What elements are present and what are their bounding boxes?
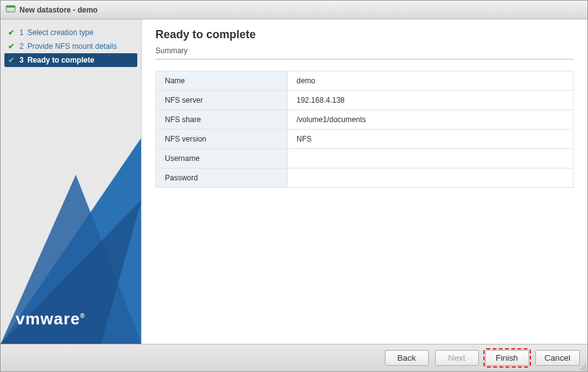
sidebar-art [1,137,142,344]
summary-label-nfs-server: NFS server [156,91,288,110]
summary-label-name: Name [156,71,288,91]
step-select-creation-type[interactable]: ✔ 1 Select creation type [4,26,137,39]
table-row: Username [156,149,574,168]
svg-rect-1 [6,6,15,8]
summary-table: Name demo NFS server 192.168.4.138 NFS s… [155,71,574,188]
step-label: Ready to complete [28,56,95,65]
finish-button[interactable]: Finish [485,350,529,366]
divider [155,59,574,59]
step-label: Select creation type [28,28,93,37]
svg-marker-4 [1,200,142,344]
summary-label-username: Username [156,149,288,168]
step-num: 3 [19,56,24,65]
summary-value-nfs-share: /volume1/documents [288,110,574,130]
footer: Back Next Finish Cancel [1,344,587,371]
summary-label-nfs-share: NFS share [156,110,288,130]
table-row: NFS version NFS [156,130,574,149]
main-panel: Ready to complete Summary Name demo NFS … [142,19,587,344]
sidebar: ✔ 1 Select creation type ✔ 2 Provide NFS… [1,19,142,344]
window-icon [6,4,16,16]
summary-value-nfs-version: NFS [288,130,574,149]
page-subtitle: Summary [155,46,574,55]
resize-grip[interactable] [579,363,586,370]
step-label: Provide NFS mount details [28,42,117,51]
wizard-body: ✔ 1 Select creation type ✔ 2 Provide NFS… [1,19,587,344]
back-button[interactable]: Back [385,350,429,366]
summary-value-password [288,168,574,188]
check-icon: ✔ [8,28,16,37]
check-icon: ✔ [8,42,16,51]
summary-label-password: Password [156,168,288,188]
step-provide-nfs-mount-details[interactable]: ✔ 2 Provide NFS mount details [4,39,137,53]
page-heading: Ready to complete [155,28,574,41]
step-num: 2 [19,42,24,51]
check-icon: ✔ [8,56,16,65]
titlebar: New datastore - demo [1,1,587,19]
summary-value-nfs-server: 192.168.4.138 [288,91,574,110]
vmware-logo: vmware® [16,309,85,329]
step-num: 1 [19,28,24,37]
summary-label-nfs-version: NFS version [156,130,288,149]
table-row: Name demo [156,71,574,91]
step-ready-to-complete[interactable]: ✔ 3 Ready to complete [4,53,137,67]
window-title: New datastore - demo [19,6,98,14]
summary-value-username [288,149,574,168]
svg-marker-2 [1,137,142,344]
cancel-button[interactable]: Cancel [535,350,580,366]
table-row: Password [156,168,574,188]
summary-value-name: demo [288,71,574,91]
table-row: NFS share /volume1/documents [156,110,574,130]
table-row: NFS server 192.168.4.138 [156,91,574,110]
steps-list: ✔ 1 Select creation type ✔ 2 Provide NFS… [1,19,141,67]
next-button: Next [435,350,479,366]
svg-line-7 [585,369,586,370]
svg-marker-3 [1,175,142,344]
wizard-window: New datastore - demo ✔ 1 Select creation… [0,0,588,372]
